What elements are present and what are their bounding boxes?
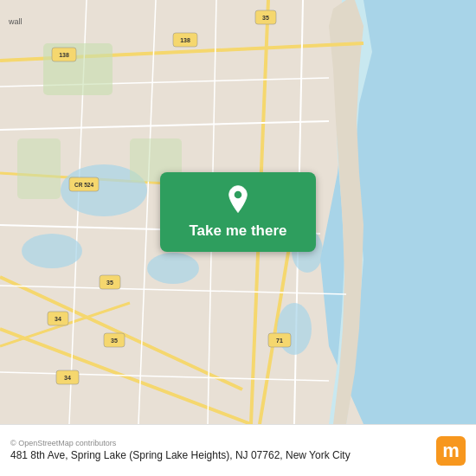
take-me-there-label: Take me there [189,222,286,240]
address-text: 481 8th Ave, Spring Lake (Spring Lake He… [10,449,428,463]
svg-point-49 [235,191,242,199]
svg-text:138: 138 [59,52,69,58]
svg-text:wall: wall [8,17,23,26]
bottom-bar: © OpenStreetMap contributors 481 8th Ave… [0,424,476,476]
svg-text:CR 524: CR 524 [74,182,93,188]
take-me-there-button[interactable]: Take me there [160,172,316,252]
svg-text:34: 34 [64,375,71,381]
svg-rect-27 [17,138,61,199]
address-area: © OpenStreetMap contributors 481 8th Ave… [10,439,428,463]
svg-point-21 [22,234,82,268]
svg-text:71: 71 [276,338,283,344]
copyright-text: © OpenStreetMap contributors [10,439,428,447]
svg-text:34: 34 [55,316,61,322]
svg-text:35: 35 [262,15,269,21]
svg-text:35: 35 [111,338,118,344]
moovit-logo: m [436,436,466,466]
location-pin-icon [222,184,254,215]
svg-text:138: 138 [180,37,190,43]
svg-text:35: 35 [106,280,113,286]
svg-point-22 [147,253,199,284]
moovit-logo-icon: m [436,436,466,466]
map-container: 35 138 138 CR 524 71 71 35 34 34 35 wall [0,0,476,424]
